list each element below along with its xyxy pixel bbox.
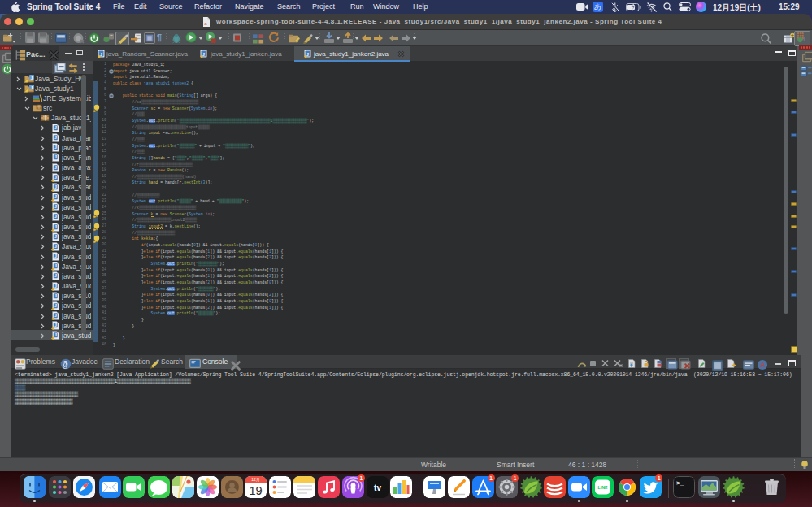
svg-text:@: @ [63,360,68,370]
svg-text:J: J [54,204,57,209]
svg-text:J: J [100,52,102,57]
svg-text:A: A [760,361,766,369]
svg-text:J: J [202,52,205,57]
svg-text:J: J [54,234,57,239]
svg-text:J: J [54,184,57,189]
svg-text:!: ! [52,267,53,271]
svg-text:tv: tv [374,483,381,492]
svg-text:J: J [54,175,57,180]
svg-text:J: J [54,194,57,199]
svg-text:>_: >_ [676,479,684,487]
svg-text:!: ! [52,188,53,192]
svg-text:J: J [54,145,57,150]
svg-text:J: J [54,254,57,258]
svg-text:J: J [54,263,57,268]
svg-text:J: J [54,323,57,327]
svg-text:!: ! [52,317,53,321]
svg-text:J: J [54,224,57,229]
svg-text:!: ! [52,336,53,340]
svg-text:J: J [54,135,57,140]
svg-text:!: ! [52,198,53,202]
svg-text:J: J [54,165,57,170]
svg-text:J: J [54,155,57,160]
svg-text:!: ! [52,208,53,212]
svg-text:J: J [54,333,57,338]
svg-text:!: ! [52,228,53,232]
svg-text:!: ! [52,247,53,251]
svg-text:J: J [54,244,57,249]
svg-text:J: J [54,313,57,318]
svg-text:J: J [54,284,57,288]
svg-text:!: ! [52,287,53,291]
svg-text:J: J [802,36,805,43]
svg-text:J: J [54,303,57,308]
svg-text:12月: 12月 [252,477,261,483]
svg-text:J: J [31,75,33,80]
svg-text:19: 19 [250,484,263,497]
svg-text:J: J [31,84,33,89]
svg-text:J: J [306,52,309,57]
svg-text:J: J [54,125,57,130]
svg-text:!: ! [52,178,53,182]
svg-text:J: J [54,274,57,279]
svg-text:LINE: LINE [598,485,608,490]
svg-text:!: ! [52,306,53,310]
svg-text:J: J [54,214,57,219]
svg-text:J: J [54,293,57,298]
